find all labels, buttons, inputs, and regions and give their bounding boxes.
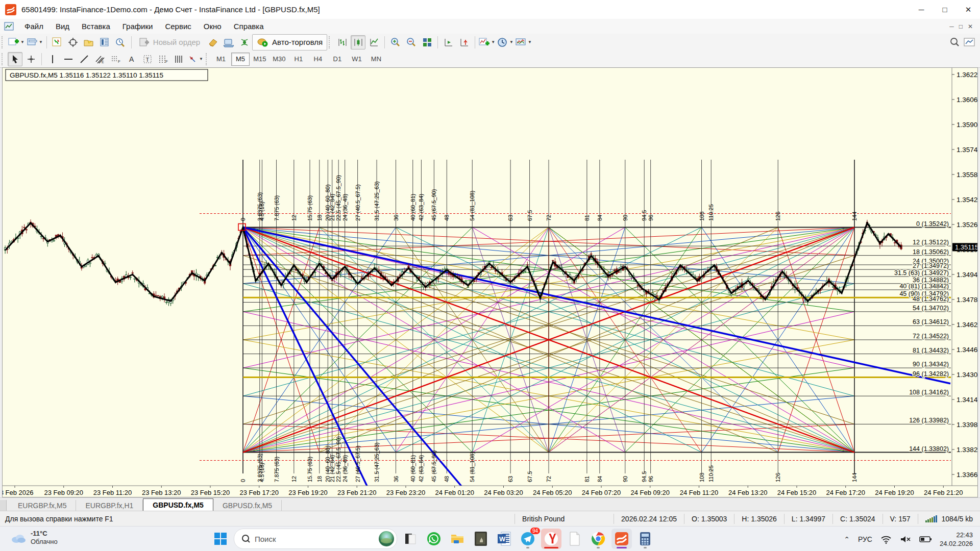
yandex-browser-icon[interactable]	[541, 529, 561, 549]
timeframe-H1[interactable]: H1	[289, 53, 308, 66]
svg-text:67.5: 67.5	[527, 471, 533, 482]
child-minimize-icon[interactable]: ─	[949, 23, 954, 30]
telegram-icon[interactable]: 94	[518, 529, 538, 549]
auto-scroll-button[interactable]	[441, 35, 456, 49]
favorites-button[interactable]	[82, 35, 96, 49]
toolbar-grip2[interactable]	[2, 53, 5, 65]
toolbar-search-icon[interactable]	[949, 37, 960, 47]
menu-3[interactable]: Графики	[116, 20, 159, 33]
whatsapp-icon[interactable]	[424, 529, 444, 549]
candle-chart-type-button[interactable]	[351, 35, 365, 49]
periods-button[interactable]: ▼	[497, 35, 514, 49]
signals-button[interactable]	[237, 35, 252, 49]
svg-text:54 (81_108): 54 (81_108)	[469, 452, 475, 482]
svg-text:0 (1.35242): 0 (1.35242)	[916, 220, 949, 228]
menu-2[interactable]: Вставка	[76, 20, 116, 33]
line-chart-type-button[interactable]	[366, 35, 381, 49]
timeframe-M30[interactable]: M30	[270, 53, 288, 66]
zoom-out-button[interactable]	[404, 35, 419, 49]
tray-chevron-icon[interactable]: ⌃	[844, 535, 850, 543]
eraser-button[interactable]	[205, 35, 220, 49]
indicators-button[interactable]: ▼	[478, 35, 496, 49]
svg-text:7.875 (63): 7.875 (63)	[274, 195, 280, 221]
metaeditor-button[interactable]	[221, 35, 236, 49]
trendline-tool-button[interactable]	[77, 52, 91, 66]
market-watch-button[interactable]	[97, 35, 112, 49]
svg-text:27 (1.34972): 27 (1.34972)	[913, 262, 949, 269]
task-view-button[interactable]	[400, 529, 421, 549]
menu-6[interactable]: Справка	[228, 20, 270, 33]
chart-tab-1[interactable]: EURGBP.fx,H1	[76, 500, 143, 511]
new-order-button[interactable]: Новый ордер	[134, 34, 205, 51]
chart-tab-2[interactable]: GBPUSD.fx,M5	[143, 498, 213, 511]
menu-0[interactable]: Файл	[18, 20, 50, 33]
vertical-line-tool-button[interactable]	[45, 52, 60, 66]
battery-icon[interactable]	[919, 536, 932, 543]
wifi-icon[interactable]	[880, 535, 892, 544]
menu-4[interactable]: Сервис	[159, 20, 197, 33]
svg-text:1.35115: 1.35115	[955, 243, 977, 251]
tick-chart-button[interactable]	[50, 35, 65, 49]
menu-5[interactable]: Окно	[198, 20, 228, 33]
templates-button[interactable]: ▼	[515, 35, 532, 49]
svg-text:1.36220: 1.36220	[957, 71, 977, 79]
weather-widget[interactable]: -11°C Облачно	[9, 530, 58, 546]
chart-tab-3[interactable]: GBPUSD.fx,M5	[213, 500, 282, 511]
calculator-icon[interactable]	[635, 529, 655, 549]
strategy-tester-button[interactable]	[113, 35, 128, 49]
chrome-icon[interactable]	[588, 529, 608, 549]
timeframe-H4[interactable]: H4	[309, 53, 327, 66]
toolbar-chart-window-icon[interactable]	[964, 37, 975, 47]
price-chart[interactable]: 003.9375 (63)3.9375 (63)4.5 (18)4.5 (18)…	[3, 68, 977, 497]
autotrade-button[interactable]: Авто-торговля	[252, 34, 327, 51]
chart-profiles-button[interactable]: ▼	[26, 35, 43, 49]
crosshair-target-button[interactable]	[66, 35, 81, 49]
timeframe-D1[interactable]: D1	[328, 53, 347, 66]
svg-text:126 (1.33982): 126 (1.33982)	[909, 417, 949, 424]
autotrade-label: Авто-торговля	[272, 38, 323, 46]
photos-app-icon[interactable]	[471, 529, 491, 549]
timeframe-MN[interactable]: MN	[367, 53, 385, 66]
chart-area[interactable]: 003.9375 (63)3.9375 (63)4.5 (18)4.5 (18)…	[2, 67, 978, 497]
language-indicator[interactable]: РУС	[858, 535, 872, 543]
minimize-button[interactable]: ─	[910, 0, 933, 19]
tile-windows-button[interactable]	[420, 35, 434, 49]
arrows-tool-button[interactable]: ▼	[187, 52, 204, 66]
toolbar-grip[interactable]	[2, 36, 5, 48]
fibo-timezones-tool-button[interactable]: F	[156, 52, 170, 66]
search-widget-thumbnail[interactable]	[378, 531, 395, 547]
horizontal-line-tool-button[interactable]	[61, 52, 76, 66]
taskbar-clock[interactable]: 22:43 24.02.2026	[940, 531, 973, 548]
instatrader-taskbar-icon[interactable]	[611, 529, 632, 549]
crosshair-tool-button[interactable]	[23, 52, 38, 66]
fibonacci-tool-button[interactable]: F	[108, 52, 123, 66]
child-close-icon[interactable]: ✕	[968, 23, 973, 30]
cycle-lines-tool-button[interactable]	[172, 52, 186, 66]
timeframe-M5[interactable]: M5	[231, 53, 250, 66]
svg-text:144: 144	[851, 473, 857, 482]
word-icon[interactable]: W	[494, 529, 514, 549]
child-restore-icon[interactable]: □	[959, 23, 963, 30]
notepad-icon[interactable]	[565, 529, 585, 549]
file-explorer-icon[interactable]	[447, 529, 468, 549]
timeframe-W1[interactable]: W1	[348, 53, 366, 66]
timeframe-M15[interactable]: M15	[251, 53, 269, 66]
menu-1[interactable]: Вид	[50, 20, 76, 33]
new-chart-button[interactable]: ▼	[8, 35, 25, 49]
bar-chart-type-button[interactable]	[335, 35, 350, 49]
channel-tool-button[interactable]: E	[92, 52, 107, 66]
text-tool-button[interactable]: A	[124, 52, 139, 66]
start-button[interactable]	[210, 529, 231, 549]
volume-muted-icon[interactable]	[900, 535, 911, 544]
timeframe-M1[interactable]: M1	[212, 53, 230, 66]
taskbar-search[interactable]: Поиск	[234, 529, 397, 549]
text-label-tool-button[interactable]: T	[140, 52, 155, 66]
chart-tab-0[interactable]: EURGBP.fx,M5	[9, 500, 76, 511]
close-button[interactable]: ✕	[957, 0, 980, 19]
zoom-in-button[interactable]	[388, 35, 403, 49]
svg-text:96: 96	[648, 476, 654, 482]
chart-shift-button[interactable]	[457, 35, 472, 49]
cursor-tool-button[interactable]	[8, 52, 22, 66]
maximize-button[interactable]: □	[933, 0, 957, 19]
svg-text:23 Feb 23:20: 23 Feb 23:20	[386, 489, 426, 496]
